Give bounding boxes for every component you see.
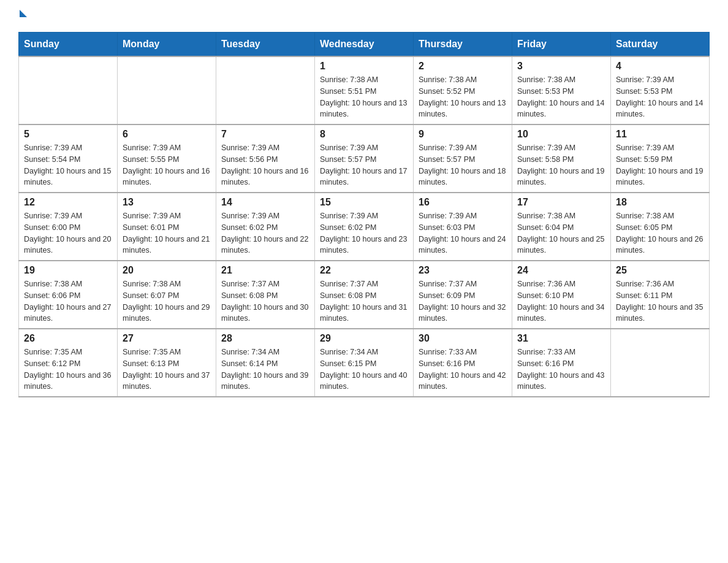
calendar-cell: 25Sunrise: 7:36 AM Sunset: 6:11 PM Dayli… <box>611 261 710 329</box>
weekday-header-row: SundayMondayTuesdayWednesdayThursdayFrid… <box>19 33 710 57</box>
day-info: Sunrise: 7:39 AM Sunset: 5:54 PM Dayligh… <box>24 142 112 188</box>
calendar-cell <box>216 56 315 124</box>
calendar-cell: 21Sunrise: 7:37 AM Sunset: 6:08 PM Dayli… <box>216 261 315 329</box>
day-number: 10 <box>517 129 605 140</box>
week-row-5: 26Sunrise: 7:35 AM Sunset: 6:12 PM Dayli… <box>19 329 710 397</box>
day-info: Sunrise: 7:35 AM Sunset: 6:13 PM Dayligh… <box>123 347 211 393</box>
calendar-cell: 31Sunrise: 7:33 AM Sunset: 6:16 PM Dayli… <box>512 329 611 397</box>
day-number: 4 <box>616 61 704 72</box>
day-number: 6 <box>123 129 211 140</box>
calendar-cell: 8Sunrise: 7:39 AM Sunset: 5:57 PM Daylig… <box>315 124 414 193</box>
week-row-1: 1Sunrise: 7:38 AM Sunset: 5:51 PM Daylig… <box>19 56 710 124</box>
day-info: Sunrise: 7:34 AM Sunset: 6:14 PM Dayligh… <box>221 347 309 393</box>
calendar-cell: 23Sunrise: 7:37 AM Sunset: 6:09 PM Dayli… <box>414 261 512 329</box>
calendar-table: SundayMondayTuesdayWednesdayThursdayFrid… <box>18 32 710 397</box>
week-row-4: 19Sunrise: 7:38 AM Sunset: 6:06 PM Dayli… <box>19 261 710 329</box>
day-info: Sunrise: 7:39 AM Sunset: 6:03 PM Dayligh… <box>419 210 507 256</box>
day-number: 2 <box>419 61 507 72</box>
week-row-2: 5Sunrise: 7:39 AM Sunset: 5:54 PM Daylig… <box>19 124 710 193</box>
calendar-cell: 1Sunrise: 7:38 AM Sunset: 5:51 PM Daylig… <box>315 56 414 124</box>
day-info: Sunrise: 7:36 AM Sunset: 6:11 PM Dayligh… <box>616 278 704 324</box>
calendar-cell: 11Sunrise: 7:39 AM Sunset: 5:59 PM Dayli… <box>611 124 710 193</box>
day-info: Sunrise: 7:33 AM Sunset: 6:16 PM Dayligh… <box>517 347 605 393</box>
day-number: 25 <box>616 265 704 276</box>
day-info: Sunrise: 7:39 AM Sunset: 6:02 PM Dayligh… <box>320 210 408 256</box>
day-info: Sunrise: 7:39 AM Sunset: 6:01 PM Dayligh… <box>123 210 211 256</box>
weekday-header-friday: Friday <box>512 33 611 57</box>
calendar-cell: 26Sunrise: 7:35 AM Sunset: 6:12 PM Dayli… <box>19 329 118 397</box>
calendar-cell: 24Sunrise: 7:36 AM Sunset: 6:10 PM Dayli… <box>512 261 611 329</box>
day-number: 12 <box>24 197 112 208</box>
calendar-cell: 12Sunrise: 7:39 AM Sunset: 6:00 PM Dayli… <box>19 193 118 261</box>
day-number: 9 <box>419 129 507 140</box>
day-info: Sunrise: 7:39 AM Sunset: 5:59 PM Dayligh… <box>616 142 704 188</box>
day-number: 28 <box>221 333 309 344</box>
day-number: 31 <box>517 333 605 344</box>
day-info: Sunrise: 7:36 AM Sunset: 6:10 PM Dayligh… <box>517 278 605 324</box>
calendar-cell: 18Sunrise: 7:38 AM Sunset: 6:05 PM Dayli… <box>611 193 710 261</box>
day-info: Sunrise: 7:37 AM Sunset: 6:09 PM Dayligh… <box>419 278 507 324</box>
page-header <box>18 12 710 20</box>
week-row-3: 12Sunrise: 7:39 AM Sunset: 6:00 PM Dayli… <box>19 193 710 261</box>
calendar-cell: 13Sunrise: 7:39 AM Sunset: 6:01 PM Dayli… <box>118 193 216 261</box>
calendar-cell: 14Sunrise: 7:39 AM Sunset: 6:02 PM Dayli… <box>216 193 315 261</box>
day-info: Sunrise: 7:38 AM Sunset: 6:05 PM Dayligh… <box>616 210 704 256</box>
day-number: 3 <box>517 61 605 72</box>
logo <box>18 12 27 20</box>
day-number: 18 <box>616 197 704 208</box>
calendar-cell: 17Sunrise: 7:38 AM Sunset: 6:04 PM Dayli… <box>512 193 611 261</box>
day-info: Sunrise: 7:33 AM Sunset: 6:16 PM Dayligh… <box>419 347 507 393</box>
calendar-cell <box>611 329 710 397</box>
calendar-cell: 22Sunrise: 7:37 AM Sunset: 6:08 PM Dayli… <box>315 261 414 329</box>
calendar-cell <box>118 56 216 124</box>
day-info: Sunrise: 7:38 AM Sunset: 5:51 PM Dayligh… <box>320 74 408 120</box>
weekday-header-thursday: Thursday <box>414 33 512 57</box>
weekday-header-saturday: Saturday <box>611 33 710 57</box>
day-info: Sunrise: 7:39 AM Sunset: 5:56 PM Dayligh… <box>221 142 309 188</box>
calendar-cell <box>19 56 118 124</box>
calendar-cell: 15Sunrise: 7:39 AM Sunset: 6:02 PM Dayli… <box>315 193 414 261</box>
day-number: 1 <box>320 61 408 72</box>
weekday-header-tuesday: Tuesday <box>216 33 315 57</box>
day-info: Sunrise: 7:34 AM Sunset: 6:15 PM Dayligh… <box>320 347 408 393</box>
day-number: 20 <box>123 265 211 276</box>
calendar-cell: 7Sunrise: 7:39 AM Sunset: 5:56 PM Daylig… <box>216 124 315 193</box>
day-info: Sunrise: 7:37 AM Sunset: 6:08 PM Dayligh… <box>320 278 408 324</box>
day-info: Sunrise: 7:39 AM Sunset: 5:58 PM Dayligh… <box>517 142 605 188</box>
day-info: Sunrise: 7:38 AM Sunset: 5:53 PM Dayligh… <box>517 74 605 120</box>
day-info: Sunrise: 7:38 AM Sunset: 5:52 PM Dayligh… <box>419 74 507 120</box>
day-number: 16 <box>419 197 507 208</box>
day-info: Sunrise: 7:37 AM Sunset: 6:08 PM Dayligh… <box>221 278 309 324</box>
day-number: 13 <box>123 197 211 208</box>
day-number: 26 <box>24 333 112 344</box>
day-info: Sunrise: 7:39 AM Sunset: 5:55 PM Dayligh… <box>123 142 211 188</box>
calendar-cell: 9Sunrise: 7:39 AM Sunset: 5:57 PM Daylig… <box>414 124 512 193</box>
day-number: 27 <box>123 333 211 344</box>
calendar-cell: 29Sunrise: 7:34 AM Sunset: 6:15 PM Dayli… <box>315 329 414 397</box>
day-number: 23 <box>419 265 507 276</box>
day-info: Sunrise: 7:38 AM Sunset: 6:07 PM Dayligh… <box>123 278 211 324</box>
calendar-cell: 19Sunrise: 7:38 AM Sunset: 6:06 PM Dayli… <box>19 261 118 329</box>
day-number: 30 <box>419 333 507 344</box>
day-info: Sunrise: 7:38 AM Sunset: 6:04 PM Dayligh… <box>517 210 605 256</box>
day-number: 15 <box>320 197 408 208</box>
day-number: 7 <box>221 129 309 140</box>
day-number: 5 <box>24 129 112 140</box>
day-info: Sunrise: 7:39 AM Sunset: 5:57 PM Dayligh… <box>419 142 507 188</box>
day-info: Sunrise: 7:39 AM Sunset: 5:53 PM Dayligh… <box>616 74 704 120</box>
day-number: 14 <box>221 197 309 208</box>
day-number: 22 <box>320 265 408 276</box>
day-number: 11 <box>616 129 704 140</box>
calendar-cell: 30Sunrise: 7:33 AM Sunset: 6:16 PM Dayli… <box>414 329 512 397</box>
weekday-header-monday: Monday <box>118 33 216 57</box>
day-number: 29 <box>320 333 408 344</box>
day-number: 24 <box>517 265 605 276</box>
calendar-cell: 6Sunrise: 7:39 AM Sunset: 5:55 PM Daylig… <box>118 124 216 193</box>
day-info: Sunrise: 7:38 AM Sunset: 6:06 PM Dayligh… <box>24 278 112 324</box>
calendar-cell: 20Sunrise: 7:38 AM Sunset: 6:07 PM Dayli… <box>118 261 216 329</box>
weekday-header-sunday: Sunday <box>19 33 118 57</box>
day-number: 17 <box>517 197 605 208</box>
calendar-cell: 5Sunrise: 7:39 AM Sunset: 5:54 PM Daylig… <box>19 124 118 193</box>
day-info: Sunrise: 7:35 AM Sunset: 6:12 PM Dayligh… <box>24 347 112 393</box>
day-info: Sunrise: 7:39 AM Sunset: 6:00 PM Dayligh… <box>24 210 112 256</box>
